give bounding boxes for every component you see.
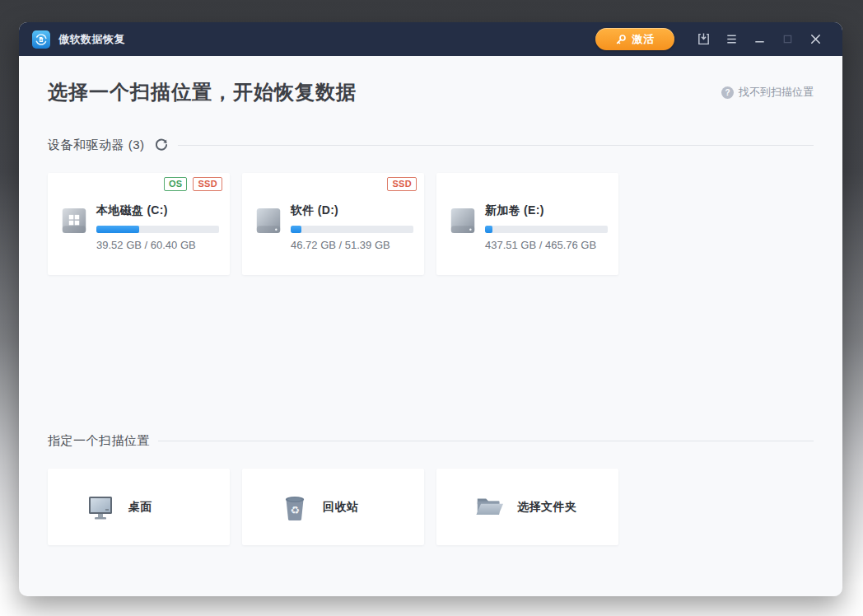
badge-row: SSD [387, 177, 417, 191]
header-row: 选择一个扫描位置，开始恢复数据 ? 找不到扫描位置 [48, 79, 814, 105]
maximize-icon[interactable] [773, 28, 801, 50]
capacity-bar [96, 226, 219, 233]
capacity-bar [485, 226, 608, 233]
capacity-text: 46.72 GB / 51.39 GB [291, 239, 413, 251]
location-label: 选择文件夹 [517, 500, 577, 515]
close-icon[interactable] [801, 28, 829, 50]
drive-card-c[interactable]: OS SSD [48, 173, 230, 275]
key-icon [615, 34, 627, 45]
app-logo-icon [32, 30, 50, 49]
refresh-icon[interactable] [153, 137, 170, 153]
capacity-text: 39.52 GB / 60.40 GB [96, 239, 219, 251]
hard-drive-icon [255, 205, 282, 236]
titlebar-controls: 激活 [595, 28, 829, 50]
os-badge: OS [164, 177, 188, 191]
drive-card-d[interactable]: SSD [242, 173, 424, 275]
locations-section-title: 指定一个扫描位置 [48, 433, 150, 449]
drives-section-title: 设备和驱动器 (3) [48, 138, 145, 153]
location-label: 回收站 [323, 500, 359, 515]
ssd-badge: SSD [387, 177, 417, 191]
desktop-icon [85, 492, 116, 523]
activate-label: 激活 [632, 32, 655, 47]
hard-drive-windows-icon [61, 205, 87, 236]
app-title: 傲软数据恢复 [58, 32, 125, 47]
help-link-label: 找不到扫描位置 [739, 85, 814, 100]
desktop-background: 傲软数据恢复 激活 [0, 0, 863, 616]
divider [178, 145, 814, 146]
capacity-text: 437.51 GB / 465.76 GB [485, 239, 608, 251]
capacity-bar [291, 226, 413, 233]
drive-name: 本地磁盘 (C:) [96, 203, 219, 218]
page-title: 选择一个扫描位置，开始恢复数据 [48, 79, 357, 105]
import-image-icon[interactable] [689, 28, 717, 50]
title-bar: 傲软数据恢复 激活 [19, 22, 842, 56]
main-content: 选择一个扫描位置，开始恢复数据 ? 找不到扫描位置 设备和驱动器 (3) [19, 79, 842, 545]
divider [158, 441, 814, 441]
location-label: 桌面 [128, 500, 152, 515]
badge-row: OS SSD [164, 177, 222, 191]
location-card-choose-folder[interactable]: 选择文件夹 [436, 469, 618, 545]
capacity-bar-fill [291, 226, 301, 233]
location-card-recycle-bin[interactable]: ♻ 回收站 [242, 469, 424, 545]
locations-row: 桌面 ♻ 回收站 [48, 469, 814, 545]
capacity-bar-fill [96, 226, 139, 233]
drive-name: 新加卷 (E:) [485, 203, 608, 218]
menu-icon[interactable] [717, 28, 745, 50]
capacity-bar-fill [485, 226, 492, 233]
drives-row: OS SSD [48, 173, 814, 275]
locations-section-header: 指定一个扫描位置 [48, 433, 814, 449]
svg-text:♻: ♻ [290, 504, 300, 516]
cant-find-location-link[interactable]: ? 找不到扫描位置 [721, 85, 814, 100]
activate-button[interactable]: 激活 [595, 28, 674, 50]
drive-card-e[interactable]: 新加卷 (E:) 437.51 GB / 465.76 GB [436, 173, 618, 275]
drive-name: 软件 (D:) [291, 203, 413, 218]
ssd-badge: SSD [193, 177, 222, 191]
minimize-icon[interactable] [745, 28, 773, 50]
hard-drive-icon [450, 205, 476, 236]
question-icon: ? [721, 86, 734, 99]
folder-icon [473, 492, 505, 523]
recycle-bin-icon: ♻ [279, 492, 310, 523]
location-card-desktop[interactable]: 桌面 [48, 469, 230, 545]
drives-section-header: 设备和驱动器 (3) [48, 137, 814, 153]
app-window: 傲软数据恢复 激活 [19, 22, 842, 596]
